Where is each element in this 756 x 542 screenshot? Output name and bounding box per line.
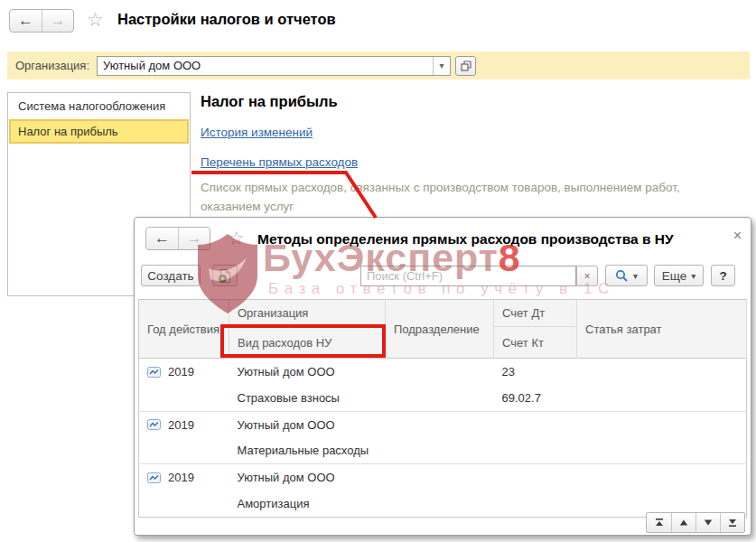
chevron-down-icon: ▾ xyxy=(691,271,695,281)
cell-debit-account: 23 xyxy=(494,359,577,386)
move-up-button[interactable] xyxy=(671,513,695,532)
help-button[interactable]: ? xyxy=(711,265,735,286)
organization-label: Организация: xyxy=(15,59,89,72)
cell-cost-item xyxy=(577,359,747,386)
column-header-organization[interactable]: Организация xyxy=(229,300,386,327)
column-header-credit-account[interactable]: Счет Кт xyxy=(494,327,577,359)
cell-expense-kind: Амортизация xyxy=(229,491,386,517)
record-icon xyxy=(147,472,161,483)
favorite-star-icon[interactable]: ☆ xyxy=(87,10,104,29)
search-input[interactable] xyxy=(361,269,575,283)
copy-item-button[interactable] xyxy=(212,265,238,286)
cell-division xyxy=(386,411,494,438)
sidebar-item-income-tax[interactable]: Налог на прибыль xyxy=(9,119,189,144)
cell-credit-account xyxy=(494,491,577,517)
back-button[interactable]: ← xyxy=(10,10,42,32)
cell-year: 2019 xyxy=(168,471,194,484)
main-history-nav: ← → xyxy=(9,9,74,33)
new-document-icon xyxy=(218,268,232,284)
dialog-favorite-star-icon[interactable]: ☆ xyxy=(228,229,245,248)
move-to-top-button[interactable] xyxy=(647,513,671,532)
close-icon[interactable]: × xyxy=(733,228,742,244)
cell-credit-account: 69.02.7 xyxy=(494,385,577,411)
triangle-up-icon xyxy=(678,518,689,528)
chevron-down-icon: ▾ xyxy=(633,271,638,281)
page-title: Настройки налогов и отчетов xyxy=(117,11,336,28)
move-down-button[interactable] xyxy=(695,513,720,532)
search-icon xyxy=(615,269,629,283)
dialog-back-button[interactable]: ← xyxy=(146,228,178,249)
organization-input[interactable] xyxy=(98,57,433,75)
record-icon xyxy=(147,419,161,430)
search-field xyxy=(360,266,576,286)
column-header-year[interactable]: Год действия xyxy=(139,300,229,359)
cell-division xyxy=(386,359,494,386)
direct-expenses-list-link[interactable]: Перечень прямых расходов xyxy=(201,155,358,169)
triangle-up-bar-icon xyxy=(654,518,665,528)
table-row[interactable]: 2019 Уютный дом ООО xyxy=(139,411,747,438)
triangle-down-icon xyxy=(703,518,714,528)
cell-year: 2019 xyxy=(168,418,194,432)
cell-credit-account xyxy=(494,438,577,464)
column-header-division[interactable]: Подразделение xyxy=(386,300,494,359)
organization-combobox: ▾ xyxy=(97,56,451,76)
dialog-toolbar: Создать × ▾ Еще ▾ ? xyxy=(135,265,751,288)
table-row-second-line[interactable]: Материальные расходы xyxy=(139,438,747,464)
section-heading: Налог на прибыль xyxy=(201,93,338,110)
find-button[interactable]: ▾ xyxy=(605,265,648,286)
move-to-bottom-button[interactable] xyxy=(720,513,744,532)
direct-expense-methods-dialog: ← → ☆ Методы определения прямых расходов… xyxy=(134,217,751,536)
direct-expenses-table: Год действия Организация Подразделение С… xyxy=(138,299,747,518)
cell-debit-account xyxy=(494,411,577,438)
cell-organization: Уютный дом ООО xyxy=(229,464,386,491)
column-header-cost-item[interactable]: Статья затрат xyxy=(577,300,747,359)
cell-organization: Уютный дом ООО xyxy=(229,359,386,386)
cell-expense-kind: Страховые взносы xyxy=(229,385,386,411)
cell-organization: Уютный дом ООО xyxy=(229,411,386,438)
open-organization-button[interactable] xyxy=(455,56,476,76)
triangle-down-bar-icon xyxy=(727,518,738,528)
column-header-debit-account[interactable]: Счет Дт xyxy=(494,300,577,327)
dialog-forward-button[interactable]: → xyxy=(178,228,210,249)
column-header-expense-kind[interactable]: Вид расходов НУ xyxy=(229,327,386,359)
create-button[interactable]: Создать xyxy=(141,265,201,286)
list-navigation-buttons xyxy=(646,512,745,533)
more-button[interactable]: Еще ▾ xyxy=(654,265,704,286)
cell-cost-item xyxy=(577,464,747,491)
dialog-title: Методы определения прямых расходов произ… xyxy=(257,231,674,248)
table-body: 2019 Уютный дом ООО 23 Страховые взносы … xyxy=(139,359,747,518)
chevron-down-icon[interactable]: ▾ xyxy=(433,57,450,75)
cell-debit-account xyxy=(494,464,577,491)
cell-cost-item xyxy=(577,411,747,438)
cell-year: 2019 xyxy=(168,365,194,378)
more-button-label: Еще xyxy=(662,269,686,283)
history-of-changes-link[interactable]: История изменений xyxy=(201,126,313,139)
cell-expense-kind: Материальные расходы xyxy=(229,438,386,464)
table-header: Год действия Организация Подразделение С… xyxy=(139,300,747,359)
table-row[interactable]: 2019 Уютный дом ООО 23 xyxy=(139,359,747,386)
record-icon xyxy=(147,367,161,378)
dialog-history-nav: ← → xyxy=(145,227,210,250)
table-row[interactable]: 2019 Уютный дом ООО xyxy=(139,464,747,491)
clear-search-button[interactable]: × xyxy=(576,266,598,286)
link-description: Список прямых расходов, связанных с прои… xyxy=(201,178,742,216)
sidebar-item-tax-system[interactable]: Система налогообложения xyxy=(9,94,189,118)
cell-division xyxy=(386,464,494,491)
forward-button[interactable]: → xyxy=(42,10,73,32)
open-in-window-icon xyxy=(461,61,471,71)
organization-bar: Организация: ▾ xyxy=(7,51,750,79)
table-row-second-line[interactable]: Страховые взносы 69.02.7 xyxy=(139,385,747,411)
